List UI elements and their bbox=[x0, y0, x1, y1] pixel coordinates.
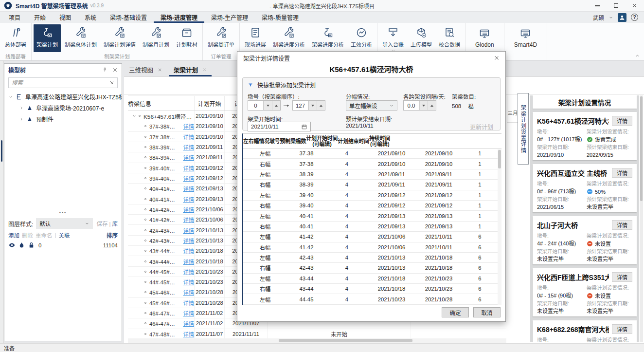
plan-start-value[interactable]: 2021/10/18 bbox=[368, 276, 415, 281]
table-row[interactable]: 左幅 38-39 4 2021/09/11 2021/09/11 1 bbox=[243, 169, 501, 180]
table-row[interactable]: 左幅 44-45 4 2021/10/23 2021/10/28 6 bbox=[243, 294, 501, 304]
menu-item[interactable]: 系统 bbox=[78, 12, 103, 23]
horizontal-scrollbar[interactable] bbox=[128, 338, 506, 343]
sort-link[interactable]: 排序 bbox=[107, 231, 118, 239]
detail-button[interactable]: 详情 bbox=[612, 324, 632, 334]
ribbon-button[interactable]: Smart4D bbox=[506, 24, 545, 52]
dialog-close-icon[interactable] bbox=[494, 55, 500, 61]
detail-button[interactable]: 详情 bbox=[612, 116, 632, 126]
table-row[interactable]: 左幅 43-44 4 2021/10/18 2021/10/23 6 bbox=[243, 274, 501, 284]
stepper-down-button[interactable] bbox=[308, 101, 317, 110]
menu-item[interactable]: 梁场-生产管理 bbox=[204, 12, 255, 23]
detail-link[interactable]: 详情 bbox=[183, 319, 194, 327]
table-row[interactable]: 右幅 39-40 4 2021/09/12 2021/09/12 1 bbox=[243, 201, 501, 211]
detail-link[interactable]: 详情 bbox=[183, 330, 194, 338]
table-row[interactable]: 左幅 41-42 4 2021/10/06 2021/10/11 6 bbox=[243, 232, 501, 242]
stepper-up-button[interactable] bbox=[428, 101, 436, 110]
ribbon-button[interactable]: 现场进展 bbox=[242, 24, 269, 52]
tree-item[interactable]: 阜溧高速梁场-20210607-e bbox=[4, 102, 122, 113]
detail-link[interactable]: 详情 bbox=[183, 309, 194, 317]
ribbon-button[interactable]: 制梁周订单 bbox=[205, 24, 237, 52]
detail-link[interactable]: 详情 bbox=[183, 247, 194, 255]
menu-item[interactable]: 开始 bbox=[27, 12, 53, 23]
duration-value[interactable]: 6 bbox=[462, 276, 498, 281]
expander-icon[interactable] bbox=[19, 117, 24, 122]
detail-link[interactable]: 详情 bbox=[183, 133, 194, 141]
close-button[interactable] bbox=[631, 3, 637, 9]
detail-link[interactable]: 详情 bbox=[183, 278, 194, 286]
ribbon-button[interactable]: 总体部署 bbox=[2, 24, 29, 52]
plan-start-value[interactable]: 2021/09/13 bbox=[368, 213, 415, 219]
detail-link[interactable]: 详情 bbox=[183, 153, 194, 161]
detail-button[interactable]: 详情 bbox=[612, 168, 632, 178]
menu-item[interactable]: 项目 bbox=[2, 12, 27, 23]
side-strip-handle[interactable] bbox=[1, 140, 2, 162]
column-header[interactable]: 持续时间 (可编辑) bbox=[369, 134, 390, 148]
plan-start-value[interactable]: 2021/10/18 bbox=[368, 286, 415, 292]
detail-link[interactable]: 详情 bbox=[183, 216, 194, 223]
detail-link[interactable]: 详情 bbox=[183, 174, 194, 182]
stepper-down-button[interactable] bbox=[419, 101, 428, 110]
ribbon-button[interactable]: 计划耗材 bbox=[173, 24, 200, 52]
plan-start-value[interactable]: 2021/10/13 bbox=[368, 255, 415, 260]
pin-icon[interactable] bbox=[102, 67, 107, 73]
plan-start-value[interactable]: 2021/10/06 bbox=[368, 244, 415, 250]
delete-layer-link[interactable]: 删除 bbox=[22, 231, 33, 239]
search-input[interactable] bbox=[12, 80, 109, 86]
update-plan-button[interactable]: 更新计划 bbox=[470, 123, 493, 131]
filter-icon[interactable] bbox=[384, 139, 389, 143]
table-scrollbar[interactable] bbox=[498, 149, 501, 305]
duration-value[interactable]: 1 bbox=[462, 150, 498, 156]
plan-start-value[interactable]: 2021/10/23 bbox=[368, 296, 415, 302]
table-row[interactable]: 左幅 39-40 4 2021/09/12 2021/09/12 1 bbox=[243, 190, 501, 201]
plan-start-value[interactable]: 2021/09/11 bbox=[368, 182, 415, 187]
column-header[interactable]: 预制梁榀数 bbox=[280, 134, 306, 148]
save-link[interactable]: 保存 bbox=[97, 221, 108, 227]
associate-link[interactable]: 关联 bbox=[59, 231, 70, 239]
duration-value[interactable]: 6 bbox=[462, 265, 498, 271]
filter-icon[interactable] bbox=[363, 139, 368, 143]
plan-start-value[interactable]: 2021/09/11 bbox=[368, 171, 415, 177]
minimize-button[interactable] bbox=[594, 3, 600, 9]
duration-value[interactable]: 6 bbox=[462, 255, 498, 260]
plan-start-value[interactable]: 2021/09/10 bbox=[368, 150, 415, 156]
table-row[interactable]: 右幅 43-44 4 2021/10/18 2021/10/23 6 bbox=[243, 284, 501, 294]
plan-start-value[interactable]: 2021/09/10 bbox=[368, 161, 415, 167]
table-row[interactable]: 左幅 40-41 4 2021/09/13 2021/09/13 1 bbox=[243, 211, 501, 221]
filter-icon[interactable] bbox=[301, 139, 305, 143]
interval-value[interactable]: 0.0 bbox=[404, 101, 419, 110]
ribbon-button[interactable]: 上传模型 bbox=[408, 24, 435, 54]
plan-start-value[interactable]: 2021/10/13 bbox=[368, 265, 415, 271]
detail-link[interactable]: 详情 bbox=[183, 237, 194, 244]
document-tab[interactable]: 架梁计划 bbox=[169, 63, 212, 76]
panel-scrollbar[interactable] bbox=[640, 95, 643, 342]
side-vertical-tab[interactable]: 架梁计划设置详情 bbox=[518, 93, 529, 165]
column-header[interactable]: 左右幅情况 bbox=[243, 134, 269, 148]
filter-icon[interactable] bbox=[274, 139, 279, 143]
splitter-handle[interactable]: ••• bbox=[4, 211, 122, 216]
expander-icon[interactable] bbox=[19, 106, 24, 111]
ribbon-button[interactable]: 导入台账 bbox=[379, 24, 407, 54]
restore-button[interactable] bbox=[613, 3, 619, 9]
table-row[interactable]: 47#-48#左幅 详情 2021/11/07 2021/11/11 未开始 bbox=[128, 329, 506, 339]
table-row[interactable]: 右幅 41-42 4 2021/10/06 2021/10/11 6 bbox=[243, 242, 501, 253]
duration-value[interactable]: 6 bbox=[462, 244, 498, 250]
tree-item[interactable]: 阜溧高速公路建湖至兴化段JHX-TZ5标项目 bbox=[4, 91, 122, 102]
detail-link[interactable]: 详情 bbox=[183, 185, 194, 192]
tree-item[interactable]: 预制件 bbox=[4, 113, 122, 125]
menu-item[interactable]: 梁场-质量管理 bbox=[255, 12, 305, 23]
calendar-icon[interactable] bbox=[301, 124, 307, 130]
stepper-up-button[interactable] bbox=[272, 101, 280, 110]
ribbon-collapse-chevron-icon[interactable] bbox=[635, 53, 640, 58]
duration-value[interactable]: 1 bbox=[462, 223, 498, 229]
filter-icon[interactable] bbox=[332, 139, 336, 143]
duration-value[interactable]: 1 bbox=[462, 192, 498, 198]
table-row[interactable]: 左幅 42-43 4 2021/10/13 2021/10/18 6 bbox=[243, 253, 501, 263]
ribbon-button[interactable]: 架梁计划 bbox=[34, 24, 61, 52]
detail-link[interactable]: 详情 bbox=[183, 122, 194, 130]
menu-item[interactable]: 梁场-进度管理 bbox=[154, 12, 204, 23]
scrollbar-thumb[interactable] bbox=[640, 96, 643, 201]
column-header[interactable]: 计划开始 bbox=[195, 96, 225, 111]
table-row[interactable]: 右幅 38-39 4 2021/09/11 2021/09/11 1 bbox=[243, 180, 501, 190]
detail-link[interactable]: 详情 bbox=[183, 299, 194, 307]
